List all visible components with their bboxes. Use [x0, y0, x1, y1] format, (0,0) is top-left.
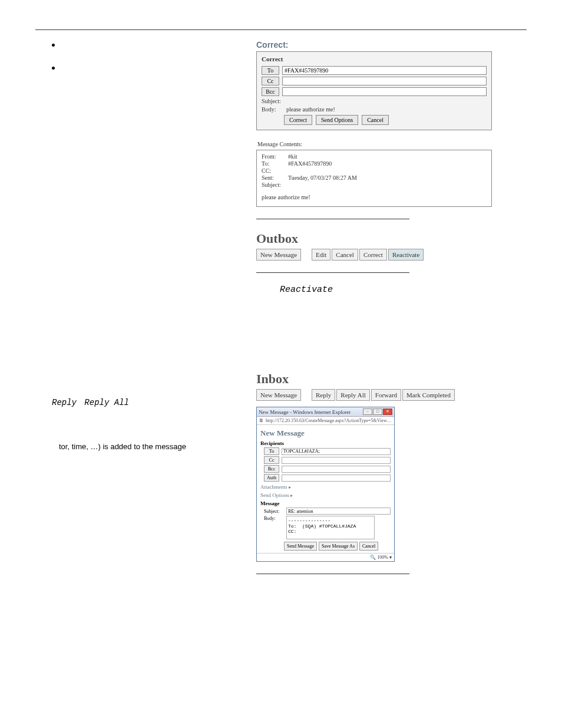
correct-button[interactable]: Correct	[284, 115, 312, 125]
mark-completed-button[interactable]: Mark Completed	[402, 389, 455, 401]
reply-button[interactable]: Reply	[312, 389, 335, 401]
inbox-heading: Inbox	[256, 371, 492, 387]
bcc-input[interactable]	[282, 466, 391, 473]
bullet-text	[64, 41, 66, 51]
cc-input[interactable]	[282, 77, 487, 85]
separator	[256, 219, 409, 219]
separator	[256, 272, 409, 273]
forward-button[interactable]: Forward	[371, 389, 401, 401]
auth-input[interactable]	[282, 475, 391, 482]
message-section-label: Message	[260, 500, 391, 506]
cancel-button[interactable]: Cancel	[332, 249, 358, 261]
message-contents-label: Message Contents:	[257, 141, 492, 147]
chevron-down-icon	[389, 555, 392, 560]
bcc-input[interactable]	[282, 87, 487, 96]
new-message-popup: New Message - Windows Internet Explorer …	[256, 407, 395, 562]
outbox-heading: Outbox	[256, 231, 492, 246]
page-top-rule	[35, 29, 527, 30]
reply-all-button[interactable]: Reply All	[336, 389, 369, 401]
subject-label: Subject:	[262, 98, 285, 104]
bullet-dot-icon	[52, 67, 55, 70]
reply-label: Reply	[52, 398, 77, 407]
truncated-paragraph: tor, time, …) is added to the message	[35, 442, 250, 451]
subject-input[interactable]	[286, 508, 391, 515]
page-icon: 🗎	[259, 418, 264, 423]
separator	[256, 574, 409, 574]
left-column: Reply Reply All tor, time, …) is added t…	[35, 371, 256, 586]
auth-button[interactable]: Auth	[264, 474, 279, 482]
right-column: Inbox New Message Reply Reply All Forwar…	[256, 371, 492, 586]
from-label: From:	[262, 153, 288, 160]
reactivate-text: Reactivate	[280, 285, 492, 295]
left-column	[35, 41, 256, 301]
cc-label: CC:	[262, 167, 288, 174]
cc-button[interactable]: Cc	[262, 77, 279, 85]
subject-label: Subject:	[262, 182, 288, 188]
inbox-toolbar: New Message Reply Reply All Forward Mark…	[256, 389, 492, 401]
body-value: please authorize me!	[286, 106, 335, 113]
body-label: Body:	[262, 106, 285, 113]
body-textarea[interactable]	[286, 516, 375, 539]
message-body-text: please authorize me!	[262, 194, 487, 200]
chevron-right-icon	[287, 484, 291, 490]
address-bar[interactable]: 🗎 http://172.20.150.63/CreateMessage.asp…	[257, 417, 394, 425]
close-icon[interactable]: ✕	[383, 409, 392, 415]
body-label: Body:	[264, 516, 284, 521]
new-message-button[interactable]: New Message	[256, 249, 301, 261]
from-value: #kit	[288, 153, 297, 160]
new-message-button[interactable]: New Message	[256, 389, 301, 401]
status-bar: 🔍 100%	[257, 553, 394, 561]
zoom-control[interactable]: 🔍 100%	[370, 555, 392, 560]
edit-button[interactable]: Edit	[312, 249, 330, 261]
popup-title: New Message - Windows Internet Explorer	[259, 409, 351, 415]
to-label: To:	[262, 160, 288, 167]
chevron-right-icon	[289, 492, 293, 498]
bullet-dot-icon	[52, 44, 55, 47]
sent-value: Tuesday, 07/03/27 08:27 AM	[288, 174, 357, 181]
subject-label: Subject:	[264, 509, 284, 514]
bcc-button[interactable]: Bcc	[264, 465, 279, 473]
send-options-button[interactable]: Send Options	[316, 115, 358, 125]
popup-titlebar: New Message - Windows Internet Explorer …	[257, 407, 394, 417]
right-column: Correct: Correct To Cc Bcc Subject: Body…	[256, 41, 492, 301]
bullet-text	[64, 64, 66, 74]
bullet-item	[35, 41, 250, 51]
message-contents-box: From:#kit To:#FAX#457897890 CC: Sent:Tue…	[256, 150, 492, 207]
reactivate-button[interactable]: Reactivate	[388, 249, 424, 261]
to-button[interactable]: To	[264, 447, 279, 455]
reply-all-label: Reply All	[84, 398, 129, 407]
new-message-heading: New Message	[260, 429, 391, 438]
correct-dialog: Correct To Cc Bcc Subject: Body: please …	[256, 51, 492, 130]
to-input[interactable]	[282, 448, 391, 455]
to-input[interactable]	[282, 66, 487, 75]
outbox-toolbar: New Message Edit Cancel Correct Reactiva…	[256, 249, 492, 261]
maximize-icon[interactable]: □	[373, 409, 382, 415]
sent-label: Sent:	[262, 174, 288, 181]
save-message-as-button[interactable]: Save Message As	[319, 542, 358, 551]
to-button[interactable]: To	[262, 66, 279, 75]
correct-button[interactable]: Correct	[359, 249, 387, 261]
send-message-button[interactable]: Send Message	[284, 542, 317, 551]
bcc-button[interactable]: Bcc	[262, 87, 279, 96]
minimize-icon[interactable]: –	[363, 409, 372, 415]
bullet-item	[35, 64, 250, 74]
correct-dialog-title: Correct	[262, 55, 487, 62]
to-value: #FAX#457897890	[288, 160, 332, 167]
recipients-section-label: Recipients	[260, 440, 391, 446]
cancel-button[interactable]: Cancel	[362, 115, 389, 125]
url-text: http://172.20.150.63/CreateMessage.aspx?…	[266, 418, 392, 423]
correct-heading: Correct:	[256, 41, 492, 49]
send-options-link[interactable]: Send Options	[260, 492, 391, 498]
cc-input[interactable]	[282, 457, 391, 464]
cc-button[interactable]: Cc	[264, 456, 279, 464]
attachments-link[interactable]: Attachments	[260, 484, 391, 490]
cancel-button[interactable]: Cancel	[359, 542, 378, 551]
